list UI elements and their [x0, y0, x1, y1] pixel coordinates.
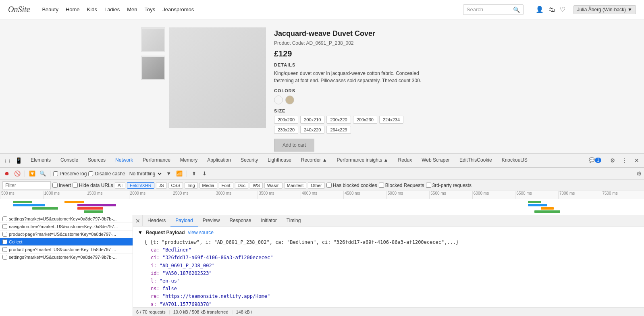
invert-checkbox[interactable]	[52, 183, 58, 188]
request-checkbox-collect[interactable]	[2, 239, 7, 244]
tab-sources[interactable]: Sources	[83, 154, 110, 168]
nav-ladies[interactable]: Ladies	[104, 6, 120, 12]
nav-toys[interactable]: Toys	[145, 6, 156, 12]
tab-recorder[interactable]: Recorder ▲	[296, 154, 332, 168]
request-row-collect[interactable]: Collect	[0, 238, 133, 246]
chat-button[interactable]: 💬 1	[584, 154, 606, 168]
tab-network[interactable]: Network	[110, 154, 138, 168]
clear-button[interactable]: 🚫	[13, 169, 22, 178]
payload-triangle[interactable]: ▼	[138, 230, 143, 235]
user-icon[interactable]: 👤	[536, 6, 544, 13]
view-source-link[interactable]: view source	[188, 230, 214, 235]
third-party-checkbox[interactable]	[426, 183, 431, 188]
blocked-requests-label[interactable]: Blocked Requests	[379, 183, 424, 188]
tab-knockoutjs[interactable]: KnockoutJS	[497, 154, 532, 168]
nav-jeanspromos[interactable]: Jeanspromos	[162, 6, 194, 12]
search-bar[interactable]: Search 🔍	[463, 4, 524, 15]
invert-label[interactable]: Invert	[52, 183, 71, 188]
third-party-label[interactable]: 3rd-party requests	[426, 183, 472, 188]
request-checkbox-6[interactable]	[2, 255, 7, 260]
request-checkbox-5[interactable]	[2, 247, 7, 252]
nav-home[interactable]: Home	[66, 6, 80, 12]
size-240x220[interactable]: 240x220	[300, 126, 324, 134]
details-tab-preview[interactable]: Preview	[198, 215, 225, 227]
filter-button[interactable]: 🔽	[28, 169, 37, 178]
size-200x210[interactable]: 200x210	[300, 116, 324, 124]
record-button[interactable]: ⏺	[2, 169, 11, 178]
close-devtools-button[interactable]: ✕	[631, 155, 642, 166]
preserve-log-label[interactable]: Preserve log	[53, 171, 87, 177]
more-options-button[interactable]: ⋮	[619, 155, 630, 166]
request-row-6[interactable]: settings?market=US&customerKey=0a8de797-…	[0, 254, 133, 261]
hide-data-urls-checkbox[interactable]	[73, 183, 78, 188]
filter-doc-button[interactable]: Doc	[235, 182, 249, 189]
details-tab-response[interactable]: Response	[224, 215, 256, 227]
nav-beauty[interactable]: Beauty	[42, 6, 58, 12]
tab-lighthouse[interactable]: Lighthouse	[263, 154, 296, 168]
filter-css-button[interactable]: CSS	[168, 182, 183, 189]
search-button[interactable]: 🔍	[38, 169, 47, 178]
filter-wasm-button[interactable]: Wasm	[264, 182, 283, 189]
request-row-1[interactable]: settings?market=US&customerKey=0a8de797-…	[0, 215, 133, 223]
nav-men[interactable]: Men	[127, 6, 137, 12]
has-blocked-cookies-checkbox[interactable]	[326, 183, 332, 188]
filter-js-button[interactable]: JS	[156, 182, 167, 189]
size-200x220[interactable]: 200x220	[326, 116, 351, 124]
size-200x230[interactable]: 200x230	[353, 116, 377, 124]
size-230x220[interactable]: 230x220	[274, 126, 298, 134]
request-row-3[interactable]: product-page?market=US&customerKey=0a8de…	[0, 231, 133, 238]
close-details-button[interactable]: ✕	[133, 215, 143, 227]
size-264x229[interactable]: 264x229	[326, 126, 351, 134]
tab-performance-insights[interactable]: Performance insights ▲	[332, 154, 393, 168]
request-row-5[interactable]: product-page?market=US&customerKey=0a8de…	[0, 246, 133, 254]
request-checkbox-3[interactable]	[2, 232, 7, 237]
filter-fetch-xhr-button[interactable]: Fetch/XHR	[127, 182, 154, 189]
filter-img-button[interactable]: Img	[185, 182, 197, 189]
disable-cache-label[interactable]: Disable cache	[88, 171, 125, 177]
tab-performance[interactable]: Performance	[138, 154, 175, 168]
tab-memory[interactable]: Memory	[175, 154, 202, 168]
details-tab-timing[interactable]: Timing	[282, 215, 306, 227]
tab-console[interactable]: Console	[56, 154, 83, 168]
size-224x234[interactable]: 224x234	[379, 116, 403, 124]
filter-manifest-button[interactable]: Manifest	[284, 182, 307, 189]
has-blocked-cookies-label[interactable]: Has blocked cookies	[326, 183, 377, 188]
filter-font-button[interactable]: Font	[219, 182, 233, 189]
tab-editthiscookie[interactable]: EditThisCookie	[455, 154, 497, 168]
nav-kids[interactable]: Kids	[87, 6, 97, 12]
details-tab-initiator[interactable]: Initiator	[256, 215, 281, 227]
tab-application[interactable]: Application	[202, 154, 236, 168]
thumbnail-2[interactable]	[141, 56, 165, 80]
swatch-beige[interactable]	[285, 96, 294, 104]
preserve-log-checkbox[interactable]	[53, 171, 58, 176]
blocked-requests-checkbox[interactable]	[379, 183, 384, 188]
request-row-2[interactable]: navigation-tree?market=US&customerKey=0a…	[0, 223, 133, 231]
export-har-button[interactable]: ⬆	[190, 169, 199, 178]
details-tab-headers[interactable]: Headers	[143, 215, 170, 227]
settings-button[interactable]: ⚙	[607, 155, 618, 166]
tab-web-scraper[interactable]: Web Scraper	[417, 154, 455, 168]
bag-icon[interactable]: 🛍	[548, 6, 555, 13]
inspect-element-button[interactable]: ⬚	[2, 155, 13, 166]
network-settings-button[interactable]: ⚙	[636, 170, 642, 177]
request-checkbox-1[interactable]	[2, 216, 7, 221]
import-har-button[interactable]: ⬇	[200, 169, 209, 178]
wifi-icon[interactable]: 📶	[175, 169, 184, 178]
details-tab-payload[interactable]: Payload	[170, 215, 197, 227]
filter-media-button[interactable]: Media	[199, 182, 217, 189]
filter-other-button[interactable]: Other	[308, 182, 325, 189]
thumbnail-1[interactable]	[141, 27, 165, 52]
filter-ws-button[interactable]: WS	[250, 182, 263, 189]
device-toolbar-button[interactable]: 📱	[13, 155, 24, 166]
throttling-select[interactable]: No throttling	[127, 170, 163, 177]
size-200x200[interactable]: 200x200	[274, 116, 298, 124]
disable-cache-checkbox[interactable]	[88, 171, 93, 176]
filter-all-button[interactable]: All	[115, 182, 125, 189]
filter-input[interactable]	[2, 181, 51, 189]
user-dropdown[interactable]: Julia Åberg (Win-back) ▼	[573, 5, 636, 14]
hide-data-urls-label[interactable]: Hide data URLs	[73, 183, 113, 188]
request-checkbox-2[interactable]	[2, 224, 7, 229]
tab-redux[interactable]: Redux	[393, 154, 417, 168]
tab-security[interactable]: Security	[236, 154, 263, 168]
throttle-dropdown-icon[interactable]: ▼	[164, 169, 173, 178]
